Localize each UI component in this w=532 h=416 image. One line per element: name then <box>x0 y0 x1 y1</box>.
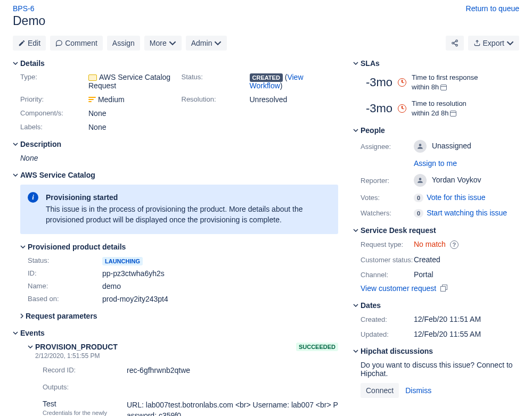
priority-value: Medium <box>88 95 177 104</box>
assignee-label: Assignee: <box>361 143 414 151</box>
connect-button[interactable]: Connect <box>361 383 399 398</box>
description-value: None <box>13 154 338 162</box>
event-toggle[interactable]: PROVISION_PRODUCT <box>28 343 118 351</box>
calendar-icon <box>450 111 456 117</box>
pp-based-value: prod-moy2ity243pt4 <box>102 295 338 303</box>
updated-value: 12/Feb/20 11:55 AM <box>414 330 519 338</box>
info-icon <box>28 192 38 203</box>
type-label: Type: <box>20 73 84 90</box>
reporter-value: Yordan Voykov <box>414 174 519 187</box>
votes-count: 0 <box>414 194 423 202</box>
info-body: This issue is in the process of provisio… <box>46 204 330 226</box>
comment-button[interactable]: Comment <box>50 36 103 51</box>
hipchat-body: Do you want to discuss this issue? Conne… <box>361 361 519 378</box>
chevron-down-icon <box>13 172 18 178</box>
sd-header[interactable]: Service Desk request <box>353 226 519 235</box>
hipchat-header[interactable]: Hipchat discussions <box>353 347 519 355</box>
return-to-queue-link[interactable]: Return to queue <box>466 4 519 13</box>
chevron-down-icon <box>214 39 222 47</box>
avatar-icon <box>414 140 427 153</box>
page-title: Demo <box>13 14 519 28</box>
pp-name-label: Name: <box>28 282 102 290</box>
description-header[interactable]: Description <box>13 140 338 148</box>
svg-point-0 <box>455 40 457 42</box>
watchers-count: 0 <box>414 209 423 218</box>
asc-header[interactable]: AWS Service Catalog <box>13 171 338 179</box>
pencil-icon <box>18 39 26 47</box>
assign-button[interactable]: Assign <box>107 36 140 51</box>
export-label: Export <box>483 39 504 47</box>
labels-label: Labels: <box>20 123 84 131</box>
record-id-label: Record ID: <box>43 366 122 375</box>
svg-point-1 <box>452 42 454 44</box>
request-params-header[interactable]: Request parameters <box>13 312 338 320</box>
info-panel: Provisioning started This issue is in th… <box>20 185 338 234</box>
sla-item: -3mo Time to resolution within 2d 8h <box>353 99 519 118</box>
view-customer-request-link[interactable]: View customer request <box>361 284 436 293</box>
reporter-label: Reporter: <box>361 177 414 185</box>
watch-link[interactable]: Start watching this issue <box>427 209 507 217</box>
resolution-value: Unresolved <box>250 95 339 104</box>
more-button[interactable]: More <box>144 36 182 51</box>
calendar-icon <box>440 85 447 90</box>
sla-value: -3mo <box>366 76 392 89</box>
priority-label: Priority: <box>20 95 84 104</box>
slas-header[interactable]: SLAs <box>353 59 519 68</box>
components-label: Component/s: <box>20 109 84 118</box>
svg-line-4 <box>454 44 456 45</box>
edit-label: Edit <box>28 39 40 47</box>
customer-status-label: Customer status: <box>361 256 414 264</box>
breadcrumb[interactable]: BPS-6 <box>13 4 34 13</box>
created-label: Created: <box>361 315 414 323</box>
chevron-down-icon <box>353 228 358 233</box>
clock-icon <box>398 104 406 113</box>
info-title: Provisioning started <box>46 193 330 202</box>
copy-icon[interactable] <box>440 285 447 291</box>
votes-label: Votes: <box>361 194 414 202</box>
outputs-label: Outputs: <box>43 383 122 391</box>
admin-button[interactable]: Admin <box>186 36 227 51</box>
labels-value: None <box>88 123 177 131</box>
sla-item: -3mo Time to first response within 8h <box>353 73 519 91</box>
edit-button[interactable]: Edit <box>13 36 46 51</box>
chevron-down-icon <box>353 348 358 354</box>
share-icon <box>451 39 459 47</box>
assign-to-me-link[interactable]: Assign to me <box>414 159 457 168</box>
chevron-down-icon <box>353 128 358 133</box>
status-badge: LAUNCHING <box>102 257 143 265</box>
status-label: Status: <box>182 73 245 90</box>
svg-point-2 <box>455 44 457 46</box>
request-type-icon <box>88 74 97 81</box>
dates-header[interactable]: Dates <box>353 301 519 310</box>
vote-link[interactable]: Vote for this issue <box>427 193 486 202</box>
events-header[interactable]: Events <box>13 329 338 337</box>
watchers-label: Watchers: <box>361 209 414 217</box>
chevron-down-icon <box>13 61 18 66</box>
priority-medium-icon <box>88 97 96 102</box>
status-value: CREATED (View Workflow) <box>250 73 339 90</box>
pp-status-value: LAUNCHING <box>102 256 338 265</box>
export-button[interactable]: Export <box>468 36 519 51</box>
pp-name-value: demo <box>102 282 338 290</box>
type-value: AWS Service Catalog Request <box>88 73 177 90</box>
chevron-down-icon <box>13 330 18 336</box>
pp-details-header[interactable]: Provisioned product details <box>13 243 338 251</box>
comment-label: Comment <box>65 39 97 47</box>
status-badge: SUCCEEDED <box>296 343 338 351</box>
share-button[interactable] <box>446 36 464 51</box>
details-header[interactable]: Details <box>13 59 338 68</box>
event-name: PROVISION_PRODUCT <box>35 343 118 351</box>
updated-label: Updated: <box>361 330 414 338</box>
channel-label: Channel: <box>361 271 414 279</box>
chevron-right-icon <box>20 313 23 319</box>
chevron-down-icon <box>20 245 26 248</box>
pp-status-label: Status: <box>28 256 102 265</box>
resolution-label: Resolution: <box>182 95 245 104</box>
dismiss-link[interactable]: Dismiss <box>405 386 431 395</box>
help-icon[interactable]: ? <box>450 240 459 249</box>
pp-id-value: pp-pz3ctwha6yh2s <box>102 269 338 278</box>
record-id-value: rec-6gfhrwnb2qtwe <box>127 366 338 375</box>
more-label: More <box>150 39 167 47</box>
people-header[interactable]: People <box>353 126 519 135</box>
chevron-down-icon <box>28 345 33 348</box>
